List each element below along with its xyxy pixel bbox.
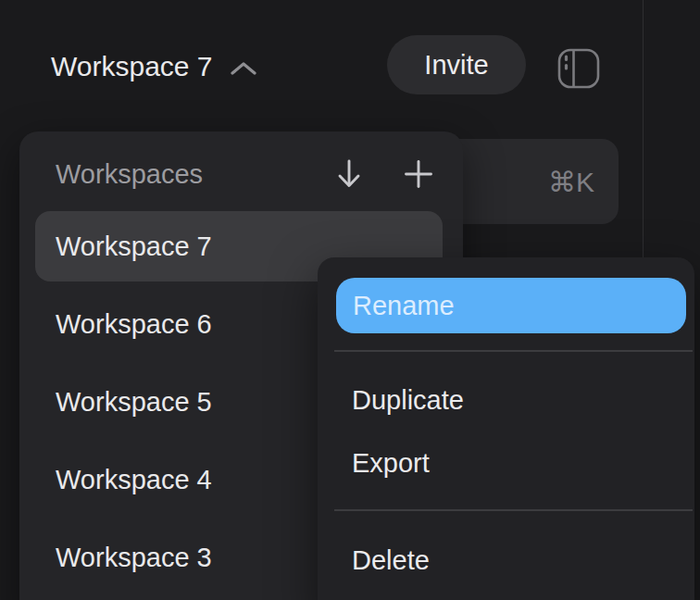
sidebar-toggle-button[interactable] bbox=[557, 48, 600, 89]
menu-divider bbox=[334, 509, 693, 511]
workspace-title: Workspace 7 bbox=[51, 48, 213, 85]
plus-icon bbox=[405, 160, 432, 188]
menu-divider bbox=[334, 350, 693, 352]
menu-item-label: Rename bbox=[353, 291, 455, 321]
menu-item-label: Export bbox=[352, 448, 430, 479]
menu-item-label: Duplicate bbox=[352, 385, 464, 416]
workspace-item-label: Workspace 5 bbox=[56, 387, 212, 418]
workspace-item-label: Workspace 3 bbox=[56, 543, 212, 573]
invite-button[interactable]: Invite bbox=[387, 35, 526, 94]
workspace-context-menu: Rename Duplicate Export Delete bbox=[318, 257, 694, 600]
menu-item-delete[interactable]: Delete bbox=[318, 527, 694, 594]
menu-item-export[interactable]: Export bbox=[318, 433, 694, 493]
workspace-item-label: Workspace 7 bbox=[56, 231, 212, 262]
sort-workspaces-button[interactable] bbox=[336, 158, 362, 190]
menu-item-rename[interactable]: Rename bbox=[336, 278, 686, 333]
menu-item-duplicate[interactable]: Duplicate bbox=[318, 367, 694, 433]
chevron-up-icon bbox=[230, 60, 257, 77]
command-k-shortcut: ⌘K bbox=[548, 166, 594, 198]
workspace-item-label: Workspace 4 bbox=[56, 465, 212, 495]
dropdown-header: Workspaces bbox=[56, 150, 432, 198]
arrow-down-icon bbox=[336, 158, 362, 190]
workspace-item-label: Workspace 6 bbox=[56, 309, 212, 340]
invite-label: Invite bbox=[424, 50, 488, 81]
app-root: Workspace 7 Invite ⌘K Workspaces bbox=[0, 0, 700, 600]
menu-item-label: Delete bbox=[352, 545, 430, 576]
workspaces-header-label: Workspaces bbox=[56, 159, 336, 190]
add-workspace-button[interactable] bbox=[405, 160, 432, 188]
workspace-switcher[interactable]: Workspace 7 bbox=[51, 48, 257, 85]
sidebar-toggle-icon bbox=[557, 48, 600, 89]
